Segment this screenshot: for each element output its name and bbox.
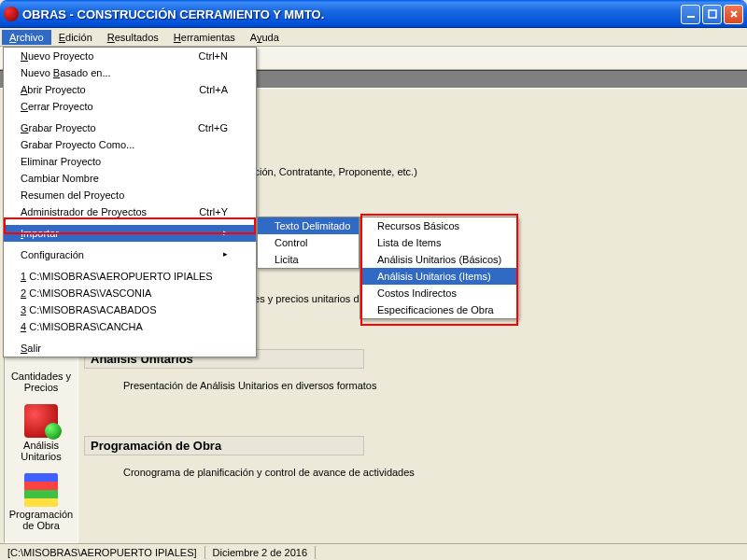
maximize-button[interactable] (702, 5, 722, 24)
mi-abrir-proyecto[interactable]: Abrir ProyectoCtrl+A (4, 81, 256, 98)
svg-rect-0 (687, 16, 695, 18)
status-path: [C:\MISOBRAS\AEROPUERTO IPIALES] (0, 546, 205, 559)
menu-separator (5, 337, 255, 338)
menu-ayuda[interactable]: Ayuda (243, 30, 287, 45)
menu-separator (5, 265, 255, 266)
sidebar-item-cantidades[interactable]: Cantidades y Precios (7, 367, 76, 400)
mi-nuevo-proyecto[interactable]: Nuevo ProyectoCtrl+N (4, 48, 256, 64)
menu-archivo-dropdown: Nuevo ProyectoCtrl+N Nuevo Basado en... … (3, 47, 257, 357)
mi-grabar-como[interactable]: Grabar Proyecto Como... (4, 136, 256, 153)
mi-analisis-items[interactable]: Análisis Unitarios (Items) (360, 268, 517, 285)
mi-nuevo-basado[interactable]: Nuevo Basado en... (4, 64, 256, 81)
mi-admin-proyectos[interactable]: Administrador de ProyectosCtrl+Y (4, 203, 256, 220)
menu-archivo[interactable]: Archivo (2, 30, 51, 45)
mi-cerrar-proyecto[interactable]: Cerrar Proyecto (4, 98, 256, 115)
spheres-icon (24, 404, 58, 438)
minimize-button[interactable] (681, 5, 700, 24)
mi-costos-indirectos[interactable]: Costos Indirectos (360, 285, 517, 301)
sidebar-item-programacion[interactable]: Programación de Obra (7, 469, 76, 539)
mi-resumen-proyecto[interactable]: Resumen del Proyecto (4, 187, 256, 203)
mi-especificaciones[interactable]: Especificaciones de Obra (360, 301, 517, 318)
mi-recursos-basicos[interactable]: Recursos Básicos (360, 217, 517, 234)
mi-recent-4[interactable]: 4 C:\MISOBRAS\CANCHA (4, 318, 256, 335)
status-date: Diciembre 2 de 2016 (205, 546, 317, 559)
window-title: OBRAS - CONSTRUCCIÓN CERRAMIENTO Y MMTO. (22, 7, 679, 21)
mi-recent-1[interactable]: 1 C:\MISOBRAS\AEROPUERTO IPIALES (4, 268, 256, 285)
menu-separator (5, 117, 255, 118)
mi-texto-delimitado[interactable]: Texto Delimitado (258, 217, 359, 234)
app-icon (4, 7, 19, 21)
mi-eliminar-proyecto[interactable]: Eliminar Proyecto (4, 153, 256, 170)
mi-recent-3[interactable]: 3 C:\MISOBRAS\ACABADOS (4, 301, 256, 318)
mi-grabar-proyecto[interactable]: Grabar ProyectoCtrl+G (4, 119, 256, 136)
svg-rect-1 (709, 10, 716, 18)
stack-icon (24, 473, 58, 507)
menubar: Archivo Edición Resultados Herramientas … (0, 28, 747, 47)
submenu-texto-delimitado: Recursos Básicos Lista de Items Análisis… (359, 217, 518, 319)
section-header-programacion: Programación de Obra (84, 436, 364, 455)
close-button[interactable] (724, 5, 743, 24)
note-text: (nombre, descripción, Contratante, Propo… (177, 166, 740, 177)
mi-licita[interactable]: Licita (258, 251, 359, 268)
mi-analisis-basicos[interactable]: Análisis Unitarios (Básicos) (360, 251, 517, 268)
menu-separator (5, 222, 255, 223)
section-desc-2: Presentación de Análisis Unitarios en di… (123, 380, 740, 391)
mi-lista-items[interactable]: Lista de Items (360, 234, 517, 251)
menu-separator (5, 244, 255, 245)
window-titlebar: OBRAS - CONSTRUCCIÓN CERRAMIENTO Y MMTO. (0, 0, 747, 28)
mi-recent-2[interactable]: 2 C:\MISOBRAS\VASCONIA (4, 285, 256, 301)
section-desc-3: Cronograma de planificación y control de… (123, 467, 740, 478)
mi-cambiar-nombre[interactable]: Cambiar Nombre (4, 170, 256, 187)
mi-importar[interactable]: Importar (4, 225, 256, 242)
mi-configuracion[interactable]: Configuración (4, 246, 256, 263)
mi-salir[interactable]: Salir (4, 340, 256, 357)
mi-control[interactable]: Control (258, 234, 359, 251)
menu-edicion[interactable]: Edición (51, 30, 100, 45)
statusbar: [C:\MISOBRAS\AEROPUERTO IPIALES] Diciemb… (0, 543, 747, 560)
submenu-importar: Texto Delimitado Control Licita (257, 217, 359, 269)
sidebar-item-analisis[interactable]: Análisis Unitarios (7, 400, 76, 469)
menu-resultados[interactable]: Resultados (100, 30, 166, 45)
menu-herramientas[interactable]: Herramientas (166, 30, 243, 45)
